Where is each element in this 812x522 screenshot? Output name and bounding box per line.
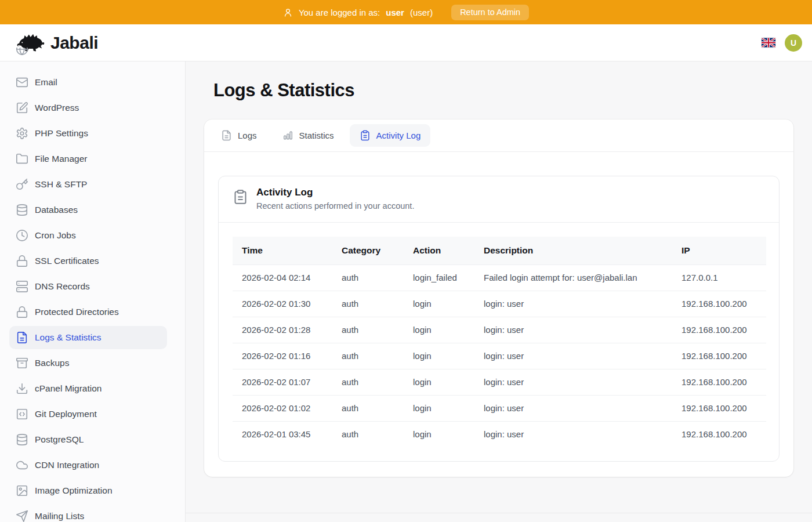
panel-subtitle: Recent actions performed in your account… <box>256 200 414 212</box>
activity-log-header: Activity Log Recent actions performed in… <box>219 176 779 223</box>
cell-ip: 127.0.0.1 <box>672 265 766 291</box>
tabstrip: Logs Statistics Activity Log <box>204 119 793 152</box>
column-header-category: Category <box>332 237 404 265</box>
sidebar-item-protected-directories[interactable]: Protected Directories <box>9 300 167 324</box>
logged-in-prefix: You are logged in as: <box>299 8 380 17</box>
sidebar-item-label: SSL Certificates <box>35 256 99 266</box>
logged-in-message: You are logged in as: user (user) <box>283 8 433 17</box>
cell-action: login <box>404 369 474 396</box>
gear-icon <box>16 127 28 140</box>
sidebar-item-label: File Manager <box>35 154 87 164</box>
cell-category: auth <box>332 343 404 369</box>
server-icon <box>16 280 28 293</box>
sidebar-item-label: PHP Settings <box>35 128 88 139</box>
sidebar-item-postgresql[interactable]: PostgreSQL <box>9 428 167 451</box>
sidebar-item-label: Cron Jobs <box>35 230 76 241</box>
sidebar: Email WordPress PHP Settings File Manage… <box>0 61 186 522</box>
sidebar-item-cdn-integration[interactable]: CDN Integration <box>9 454 167 477</box>
sidebar-item-ssl-certificates[interactable]: SSL Certificates <box>9 249 167 273</box>
cell-category: auth <box>332 369 404 396</box>
sidebar-item-label: WordPress <box>35 103 79 113</box>
lock-icon <box>16 255 28 267</box>
sidebar-item-file-manager[interactable]: File Manager <box>9 147 167 171</box>
sidebar-item-label: Git Deployment <box>35 409 97 419</box>
sidebar-item-mailing-lists[interactable]: Mailing Lists <box>9 505 167 522</box>
activity-log-panel: Activity Log Recent actions performed in… <box>218 176 780 462</box>
image-icon <box>16 484 28 497</box>
mail-icon <box>16 76 28 89</box>
tab-statistics[interactable]: Statistics <box>273 124 344 147</box>
sidebar-item-label: Image Optimization <box>35 485 113 496</box>
sidebar-item-git-deployment[interactable]: Git Deployment <box>9 403 167 426</box>
cell-time: 2026-02-02 01:02 <box>233 396 332 422</box>
clipboard-icon <box>233 189 248 205</box>
return-to-admin-button[interactable]: Return to Admin <box>451 5 529 20</box>
sidebar-item-cpanel-migration[interactable]: cPanel Migration <box>9 377 167 400</box>
sidebar-item-cron-jobs[interactable]: Cron Jobs <box>9 224 167 247</box>
cell-time: 2026-02-02 01:16 <box>233 343 332 369</box>
file-text-icon <box>16 331 28 344</box>
sidebar-item-wordpress[interactable]: WordPress <box>9 96 167 119</box>
cell-ip: 192.168.100.200 <box>672 396 766 422</box>
cell-time: 2026-02-02 01:07 <box>233 369 332 396</box>
sidebar-item-label: Email <box>35 77 57 88</box>
cell-action: login <box>404 422 474 448</box>
admin-impersonation-bar: You are logged in as: user (user) Return… <box>0 0 812 24</box>
database-icon <box>16 433 28 446</box>
cell-category: auth <box>332 396 404 422</box>
user-icon <box>283 8 293 17</box>
sidebar-item-image-optimization[interactable]: Image Optimization <box>9 479 167 502</box>
logs-statistics-card: Logs Statistics Activity Log <box>204 119 793 477</box>
cell-action: login <box>404 291 474 317</box>
cell-time: 2026-02-01 03:45 <box>233 422 332 448</box>
download-icon <box>16 382 28 395</box>
activity-log-table: TimeCategoryActionDescriptionIP 2026-02-… <box>233 237 766 447</box>
app-header: Jabali U <box>0 24 812 61</box>
table-row: 2026-02-01 03:45 auth login login: user … <box>233 422 766 448</box>
cell-description: Failed login attempt for: user@jabali.la… <box>474 265 672 291</box>
key-icon <box>16 178 28 191</box>
file-text-icon <box>221 130 232 141</box>
sidebar-item-email[interactable]: Email <box>9 71 167 94</box>
cell-description: login: user <box>474 291 672 317</box>
cell-time: 2026-02-02 01:30 <box>233 291 332 317</box>
cell-ip: 192.168.100.200 <box>672 317 766 343</box>
folder-icon <box>16 153 28 165</box>
column-header-ip: IP <box>672 237 766 265</box>
clock-icon <box>16 229 28 242</box>
table-row: 2026-02-04 02:14 auth login_failed Faile… <box>233 265 766 291</box>
cell-action: login_failed <box>404 265 474 291</box>
table-row: 2026-02-02 01:16 auth login login: user … <box>233 343 766 369</box>
cell-category: auth <box>332 291 404 317</box>
sidebar-item-label: Mailing Lists <box>35 511 84 521</box>
uk-flag-icon[interactable] <box>762 38 775 48</box>
user-avatar[interactable]: U <box>785 34 802 52</box>
sidebar-item-label: Logs & Statistics <box>35 332 102 343</box>
tab-label: Activity Log <box>376 130 421 140</box>
tab-activity-log[interactable]: Activity Log <box>350 124 431 147</box>
sidebar-item-dns-records[interactable]: DNS Records <box>9 275 167 298</box>
table-row: 2026-02-02 01:28 auth login login: user … <box>233 317 766 343</box>
send-icon <box>16 510 28 522</box>
cell-time: 2026-02-04 02:14 <box>233 265 332 291</box>
cell-description: login: user <box>474 343 672 369</box>
table-row: 2026-02-02 01:02 auth login login: user … <box>233 396 766 422</box>
tab-logs[interactable]: Logs <box>211 124 267 147</box>
globe-icon <box>16 48 28 60</box>
sidebar-item-backups[interactable]: Backups <box>9 351 167 375</box>
cell-action: login <box>404 343 474 369</box>
table-row: 2026-02-02 01:30 auth login login: user … <box>233 291 766 317</box>
cell-ip: 192.168.100.200 <box>672 343 766 369</box>
sidebar-item-label: Databases <box>35 205 78 215</box>
sidebar-item-databases[interactable]: Databases <box>9 198 167 222</box>
sidebar-item-label: PostgreSQL <box>35 434 84 445</box>
cell-ip: 192.168.100.200 <box>672 422 766 448</box>
cell-description: login: user <box>474 422 672 448</box>
sidebar-item-ssh-sftp[interactable]: SSH & SFTP <box>9 173 167 196</box>
sidebar-item-php-settings[interactable]: PHP Settings <box>9 122 167 145</box>
cell-action: login <box>404 396 474 422</box>
logged-in-role: (user) <box>410 8 433 17</box>
column-header-description: Description <box>474 237 672 265</box>
sidebar-item-logs-statistics[interactable]: Logs & Statistics <box>9 326 167 349</box>
table-row: 2026-02-02 01:07 auth login login: user … <box>233 369 766 396</box>
